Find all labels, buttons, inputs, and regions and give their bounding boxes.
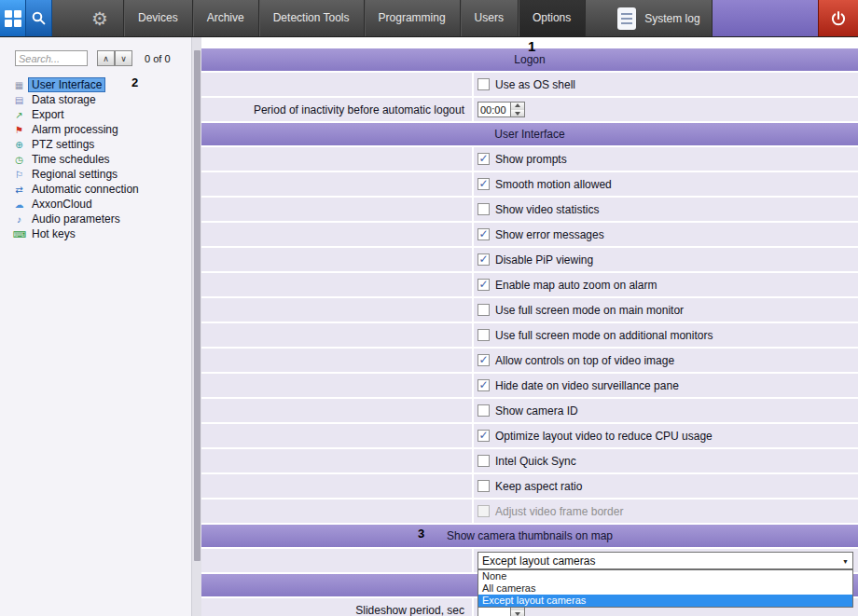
settings-panel: LogonUse as OS shellPeriod of inactivity…: [201, 37, 858, 616]
menu-item-devices[interactable]: Devices: [123, 0, 193, 36]
thumbnails-header: Show camera thumbnails on map: [201, 525, 858, 547]
setting-row-right: Keep aspect ratio: [474, 474, 858, 498]
checkbox-disable-pip-viewing[interactable]: ✓: [477, 253, 490, 266]
setting-row: Use full screen mode on additional monit…: [201, 323, 858, 347]
checkbox-optimize-layout-video-to-reduce-cpu-usage[interactable]: ✓: [477, 430, 490, 442]
setting-row-right: Show camera ID: [474, 399, 858, 422]
sidebar-item-user-interface[interactable]: ▦User Interface: [13, 77, 191, 92]
inactivity-input[interactable]: [477, 102, 511, 117]
checkbox-keep-aspect-ratio[interactable]: [477, 480, 490, 492]
dropdown-option-none[interactable]: None: [478, 570, 852, 582]
menu-item-archive[interactable]: Archive: [193, 0, 259, 36]
sidebar-item-label: Audio parameters: [29, 212, 123, 226]
sidebar-item-alarm-processing[interactable]: ⚑Alarm processing: [13, 122, 191, 137]
checkbox-use-full-screen-mode-on-additional-monitors[interactable]: [477, 329, 490, 341]
setting-row: Adjust video frame border: [201, 500, 858, 523]
menu-item-programming[interactable]: Programming: [365, 0, 461, 36]
setting-row-left: [201, 449, 474, 472]
checkbox-use-as-os-shell[interactable]: [477, 78, 490, 90]
gear-icon: ⚙: [91, 7, 108, 30]
checkbox-label: Show video statistics: [495, 203, 599, 216]
setting-row: Intel Quick Sync: [201, 449, 858, 472]
search-tile-button[interactable]: [26, 0, 52, 36]
checkbox-label: Use as OS shell: [495, 78, 575, 91]
search-prev-button[interactable]: ∧: [97, 50, 115, 66]
checkbox-label: Hide date on video surveillance pane: [495, 379, 679, 392]
checkbox-enable-map-auto-zoom-on-alarm[interactable]: ✓: [477, 279, 490, 291]
setting-row-left: [201, 198, 474, 221]
annotation-1: 1: [528, 38, 535, 54]
spin-up-button[interactable]: [511, 103, 524, 110]
menu-item-detection-tools[interactable]: Detection Tools: [259, 0, 365, 36]
settings-gear-button[interactable]: ⚙: [86, 0, 114, 36]
setting-row-left: [201, 223, 474, 246]
sidebar-item-data-storage[interactable]: ▤Data storage: [13, 92, 191, 107]
sidebar-item-automatic-connection[interactable]: ⇄Automatic connection: [13, 182, 191, 197]
dropdown-caret-icon: ▼: [842, 557, 849, 564]
sidebar-item-ptz-settings[interactable]: ⊕PTZ settings: [13, 137, 191, 152]
check-icon: ✓: [478, 254, 488, 265]
sidebar-item-export[interactable]: ↗Export: [13, 107, 191, 122]
inactivity-spinbox: [477, 102, 525, 117]
checkbox-label: Adjust video frame border: [495, 505, 623, 518]
spin-down-button[interactable]: [511, 610, 524, 616]
sidebar-item-regional-settings[interactable]: ⚐Regional settings: [13, 167, 191, 182]
user-interface-header-text: User Interface: [494, 128, 564, 141]
power-button[interactable]: [818, 0, 858, 36]
annotation-3: 3: [418, 527, 424, 541]
thumbnails-dropdown[interactable]: Except layout cameras▼: [477, 552, 853, 569]
sidebar-item-hot-keys[interactable]: ⌨Hot keys: [13, 226, 191, 241]
checkbox-smooth-motion-allowed[interactable]: ✓: [477, 178, 490, 190]
setting-row: ✓Optimize layout video to reduce CPU usa…: [201, 424, 858, 447]
setting-row-right: Intel Quick Sync: [474, 449, 858, 472]
sidebar-item-label: Data storage: [29, 93, 99, 106]
checkbox-show-video-statistics[interactable]: [477, 203, 490, 215]
main-menu: DevicesArchiveDetection ToolsProgramming…: [123, 0, 586, 36]
sidebar-item-label: Regional settings: [29, 168, 120, 181]
checkbox-intel-quick-sync[interactable]: [477, 455, 490, 467]
check-icon: ✓: [478, 355, 488, 365]
sidebar-item-audio-parameters[interactable]: ♪Audio parameters: [13, 212, 191, 226]
setting-row: Keep aspect ratio: [201, 474, 858, 498]
setting-row-left: [201, 248, 474, 271]
setting-row: ✓Show error messages: [201, 223, 858, 246]
spin-down-button[interactable]: [511, 110, 524, 117]
check-icon: ✓: [478, 154, 488, 164]
checkbox-adjust-video-frame-border[interactable]: [477, 505, 490, 517]
checkbox-allow-controls-on-top-of-video-image[interactable]: ✓: [477, 354, 490, 366]
setting-row-right: ✓Disable PiP viewing: [474, 248, 858, 271]
dropdown-option-except-layout-cameras[interactable]: Except layout cameras: [478, 595, 852, 607]
checkbox-label: Smooth motion allowed: [495, 178, 612, 191]
dropdown-option-all-cameras[interactable]: All cameras: [478, 582, 852, 595]
setting-row: ✓Enable map auto zoom on alarm: [201, 273, 858, 296]
sidebar-item-label: Alarm processing: [29, 123, 121, 136]
sidebar-item-axxoncloud[interactable]: ☁AxxonCloud: [13, 197, 191, 212]
main-scrollbar[interactable]: [191, 37, 201, 616]
regional-settings-icon: ⚐: [13, 170, 25, 180]
checkbox-show-error-messages[interactable]: ✓: [477, 228, 490, 240]
setting-row-left: [201, 374, 474, 397]
setting-row-right: ✓Hide date on video surveillance pane: [474, 374, 858, 397]
system-log-button[interactable]: System log: [606, 0, 711, 36]
checkbox-label: Show prompts: [495, 153, 567, 166]
thumbnails-header-text: Show camera thumbnails on map: [447, 529, 613, 542]
menu-item-users[interactable]: Users: [461, 0, 519, 36]
annotation-2: 2: [131, 75, 138, 89]
checkbox-show-camera-id[interactable]: [477, 404, 490, 417]
checkbox-label: Keep aspect ratio: [495, 480, 582, 493]
sidebar-item-label: Automatic connection: [29, 183, 142, 196]
setting-row-left: [201, 399, 474, 422]
setting-row-left: [201, 147, 474, 171]
apps-grid-button[interactable]: [0, 0, 26, 36]
chevron-up-icon: ∧: [103, 54, 109, 63]
setting-row-left: [201, 424, 474, 447]
checkbox-hide-date-on-video-surveillance-pane[interactable]: ✓: [477, 379, 490, 391]
search-input[interactable]: [15, 50, 88, 66]
setting-row-right: ✓Optimize layout video to reduce CPU usa…: [474, 424, 858, 447]
scrollbar-thumb[interactable]: [194, 50, 201, 561]
checkbox-show-prompts[interactable]: ✓: [477, 153, 490, 165]
menu-item-options[interactable]: Options: [519, 0, 586, 36]
search-next-button[interactable]: ∨: [115, 50, 132, 66]
sidebar-item-time-schedules[interactable]: ◷Time schedules: [13, 152, 191, 167]
checkbox-use-full-screen-mode-on-main-monitor[interactable]: [477, 304, 490, 316]
